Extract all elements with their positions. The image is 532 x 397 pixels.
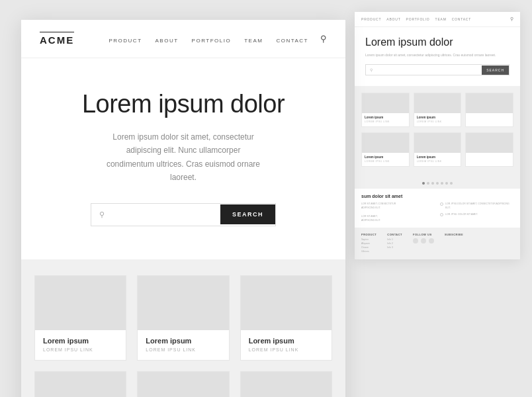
bg-grid-section: Lorem ipsum LOREM IPSU LINK Lorem ipsum …: [355, 86, 520, 179]
nav-search-icon[interactable]: ⚲: [320, 34, 327, 44]
bg-search-icon: ⚲: [510, 17, 513, 22]
bg-card-image: [362, 133, 409, 153]
bg-footer-col-2: LOR. IPSU.DOLOR SIT AMET, CONSECTETUR AD…: [440, 202, 513, 222]
bg-card-image: [414, 93, 461, 113]
bg-card-link: LOREM IPSU LINK: [417, 160, 459, 163]
hero-section: Lorem ipsum dolor Lorem ipsum dolor sit …: [21, 58, 345, 259]
bg-nav-contact: CONTACT: [452, 17, 471, 21]
bg-search-button[interactable]: SEARCH: [482, 66, 509, 75]
bg-grid-card: Lorem ipsum LOREM IPSU LINK: [361, 132, 410, 167]
bg-bottom-bar: PRODUCT Sapien Aliquam Ornare Ultrices C…: [355, 228, 520, 259]
page-dot[interactable]: [445, 182, 448, 185]
nav-contact[interactable]: CONTACT: [276, 38, 308, 44]
bg-nav-about: ABOUT: [386, 17, 400, 21]
grid-row-2: Lorem ipsum LOREM IPSU LINK Lorem ipsum …: [34, 371, 332, 397]
bg-grid-row-2: Lorem ipsum LOREM IPSU LINK Lorem ipsum …: [361, 132, 513, 167]
bg-grid-row-1: Lorem ipsum LOREM IPSU LINK Lorem ipsum …: [361, 93, 513, 127]
card-link[interactable]: LOREM IPSU LINK: [249, 347, 324, 352]
bg-footer-content: LOR SIT AMET, CONSECTETURADIPISCING ELIT…: [361, 202, 513, 222]
nav-product[interactable]: PRODUCT: [109, 38, 142, 44]
hero-title: Lorem ipsum dolor: [61, 90, 306, 118]
logo: ACME: [40, 32, 74, 46]
checkbox-icon: [440, 202, 443, 206]
social-icon-2[interactable]: [421, 238, 426, 243]
bg-grid-card: [465, 93, 513, 127]
bg-card-title: Lorem ipsum: [365, 116, 406, 119]
bg-nav: PRODUCT ABOUT PORTFOLIO TEAM CONTACT ⚲: [355, 12, 520, 27]
page-dot[interactable]: [450, 182, 453, 185]
bg-contact-col: CONTACT Info 1 Info 2 Info 3: [387, 233, 402, 254]
bg-subscribe-col: SUBSCRIBE: [445, 233, 463, 254]
nav-links: PRODUCT ABOUT PORTFOLIO TEAM CONTACT: [109, 33, 308, 45]
bg-footer-section: sum dolor sit amet LOR SIT AMET, CONSECT…: [355, 188, 520, 228]
bg-card-link: LOREM IPSU LINK: [365, 120, 406, 123]
main-card: ACME PRODUCT ABOUT PORTFOLIO TEAM CONTAC…: [21, 20, 345, 397]
bg-nav-portfolio: PORTFOLIO: [406, 17, 430, 21]
bg-footer-col-1: LOR SIT AMET, CONSECTETURADIPISCING ELIT…: [361, 202, 435, 222]
bg-card-title: Lorem ipsum: [417, 116, 459, 119]
bg-footer-title: sum dolor sit amet: [361, 194, 513, 198]
card-image: [138, 372, 228, 397]
main-nav: ACME PRODUCT ABOUT PORTFOLIO TEAM CONTAC…: [21, 20, 345, 58]
card-link[interactable]: LOREM IPSU LINK: [43, 347, 118, 352]
bg-grid-card: [465, 132, 513, 167]
bg-magnify-icon: ⚲: [366, 65, 377, 75]
bg-search-input[interactable]: [377, 68, 482, 72]
hero-subtitle: Lorem ipsum dolor sit amet, consectetur …: [104, 130, 263, 185]
card-title: Lorem ipsum: [249, 337, 324, 345]
grid-card: Lorem ipsum LOREM IPSU LINK: [34, 275, 126, 361]
nav-team[interactable]: TEAM: [244, 38, 263, 44]
bg-hero-subtitle: Lorem ipsum dolor sit amet, consectetur …: [365, 52, 510, 58]
bg-card-link: LOREM IPSU LINK: [365, 160, 406, 163]
card-title: Lorem ipsum: [146, 337, 220, 345]
search-magnify-icon: ⚲: [91, 204, 112, 226]
card-image: [241, 276, 332, 330]
page-dot[interactable]: [427, 182, 429, 185]
bg-grid-card: Lorem ipsum LOREM IPSU LINK: [414, 93, 462, 127]
grid-card: Lorem ipsum LOREM IPSU LINK: [240, 275, 332, 361]
grid-card: Lorem ipsum LOREM IPSU LINK: [240, 371, 332, 397]
bg-card-image: [466, 93, 513, 113]
bg-card-image: [414, 133, 461, 153]
nav-portfolio[interactable]: PORTFOLIO: [192, 38, 232, 44]
bg-nav-team: TEAM: [435, 17, 447, 21]
bg-card-link: LOREM IPSU LINK: [417, 120, 459, 123]
bg-hero: Lorem ipsum dolor Lorem ipsum dolor sit …: [355, 27, 520, 86]
bg-social-col: FOLLOW US: [413, 233, 434, 254]
grid-card: Lorem ipsum LOREM IPSU LINK: [34, 371, 126, 397]
bg-card-title: Lorem ipsum: [365, 155, 406, 159]
card-image: [35, 372, 126, 397]
grid-card: Lorem ipsum LOREM IPSU LINK: [137, 371, 229, 397]
bg-nav-product: PRODUCT: [361, 17, 381, 21]
nav-about[interactable]: ABOUT: [155, 38, 179, 44]
page-dot[interactable]: [441, 182, 443, 185]
checkbox-icon: [440, 213, 443, 216]
page-dot[interactable]: [436, 182, 439, 185]
page-dot[interactable]: [422, 182, 425, 185]
search-bar: ⚲ SEARCH: [91, 203, 276, 226]
grid-section: Lorem ipsum LOREM IPSU LINK Lorem ipsum …: [21, 259, 345, 397]
card-link[interactable]: LOREM IPSU LINK: [146, 347, 220, 352]
bg-product-col: PRODUCT Sapien Aliquam Ornare Ultrices: [361, 233, 377, 254]
card-image: [138, 276, 228, 330]
bg-card-image: [466, 133, 513, 153]
bg-grid-card: Lorem ipsum LOREM IPSU LINK: [361, 93, 410, 127]
page-dot[interactable]: [431, 182, 434, 185]
bg-search-bar: ⚲ SEARCH: [365, 64, 510, 75]
bg-card-image: [362, 93, 409, 113]
search-input[interactable]: [112, 210, 220, 218]
grid-row-1: Lorem ipsum LOREM IPSU LINK Lorem ipsum …: [34, 275, 332, 361]
social-icon-1[interactable]: [413, 238, 418, 243]
card-title: Lorem ipsum: [43, 337, 118, 345]
bg-hero-title: Lorem ipsum dolor: [365, 36, 510, 48]
social-icons: [413, 238, 434, 243]
bg-grid-card: Lorem ipsum LOREM IPSU LINK: [414, 132, 462, 167]
search-button[interactable]: SEARCH: [220, 204, 275, 224]
card-image: [35, 276, 126, 330]
card-image: [241, 372, 332, 397]
background-card: PRODUCT ABOUT PORTFOLIO TEAM CONTACT ⚲ L…: [355, 12, 520, 259]
bg-card-title: Lorem ipsum: [417, 155, 459, 159]
bg-pagination: [355, 179, 520, 188]
social-icon-3[interactable]: [429, 238, 434, 243]
grid-card: Lorem ipsum LOREM IPSU LINK: [137, 275, 229, 361]
